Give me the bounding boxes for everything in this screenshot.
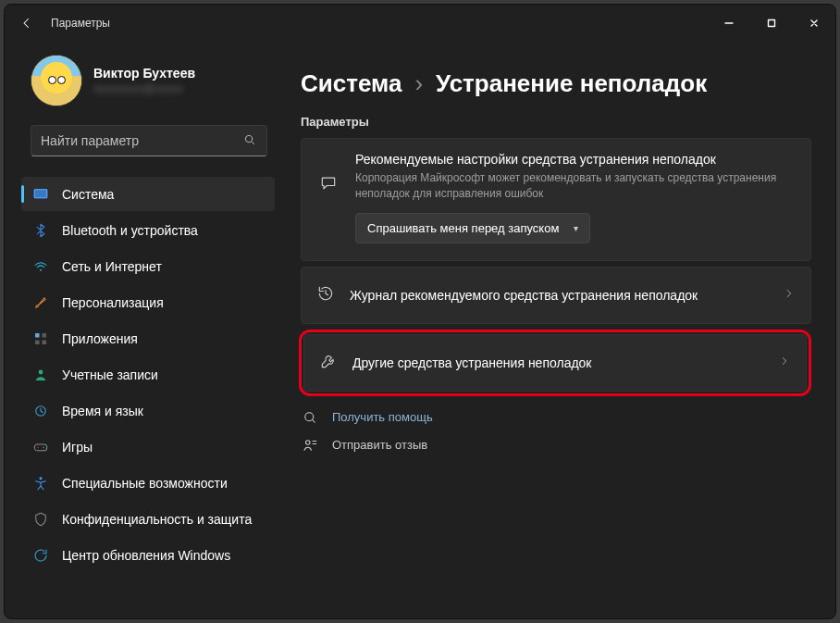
window-minimize-button[interactable]: [708, 5, 750, 42]
window-maximize-button[interactable]: [750, 5, 793, 42]
wrench-icon: [319, 352, 338, 374]
svg-rect-7: [35, 340, 40, 344]
sidebar-item-system[interactable]: Система: [21, 177, 275, 211]
svg-rect-6: [43, 333, 47, 338]
svg-rect-0: [769, 20, 775, 27]
sidebar-item-accounts[interactable]: Учетные записи: [21, 357, 275, 392]
window-title: Параметры: [51, 17, 110, 30]
wifi-icon: [32, 258, 49, 275]
breadcrumb-separator-icon: ›: [414, 69, 423, 98]
chevron-down-icon: ▾: [574, 223, 578, 233]
sidebar-item-label: Специальные возможности: [62, 476, 228, 491]
main-content: Система › Устранение неполадок Параметры…: [282, 42, 835, 618]
svg-point-13: [43, 446, 44, 448]
feedback-link[interactable]: Отправить отзыв: [301, 437, 811, 454]
svg-rect-5: [35, 333, 40, 338]
recommended-combo[interactable]: Спрашивать меня перед запуском ▾: [355, 213, 590, 243]
other-label: Другие средства устранения неполадок: [352, 355, 763, 370]
brush-icon: [32, 294, 49, 311]
sidebar-item-gaming[interactable]: Игры: [21, 430, 275, 464]
sidebar-item-label: Время и язык: [62, 404, 143, 418]
tooltip-icon: [319, 174, 338, 196]
privacy-icon: [32, 511, 49, 528]
time-icon: [32, 403, 49, 419]
combo-value: Спрашивать меня перед запуском: [367, 221, 559, 235]
sidebar-item-label: Персонализация: [62, 295, 164, 310]
update-icon: [32, 547, 49, 564]
sidebar-item-personalization[interactable]: Персонализация: [21, 285, 275, 319]
sidebar-item-label: Учетные записи: [62, 368, 158, 382]
feedback-label: Отправить отзыв: [332, 438, 427, 452]
sidebar-item-accessibility[interactable]: Специальные возможности: [21, 466, 275, 500]
highlight-annotation: Другие средства устранения неполадок: [299, 330, 811, 396]
games-icon: [32, 439, 49, 455]
svg-point-14: [40, 477, 43, 480]
sidebar-item-label: Сеть и Интернет: [62, 259, 162, 274]
account-icon: [32, 367, 49, 383]
accessibility-icon: [32, 475, 49, 492]
user-block[interactable]: Виктор Бухтеев xxxxxxxxx@xxxxx: [14, 49, 277, 116]
recommended-title: Рекомендуемые настройки средства устране…: [355, 152, 794, 167]
bluetooth-icon: [32, 222, 49, 239]
svg-point-9: [39, 369, 43, 374]
svg-point-4: [40, 268, 42, 270]
user-email: xxxxxxxxx@xxxxx: [93, 82, 195, 95]
history-label: Журнал рекомендуемого средства устранени…: [350, 288, 768, 303]
sidebar-item-label: Приложения: [62, 331, 138, 346]
sidebar-item-apps[interactable]: Приложения: [21, 321, 275, 355]
svg-point-1: [245, 135, 252, 142]
other-troubleshooters-row[interactable]: Другие средства устранения неполадок: [303, 334, 807, 392]
chevron-right-icon: [783, 287, 796, 303]
history-icon: [316, 284, 335, 306]
recommended-subtitle: Корпорация Майкрософт может рекомендоват…: [355, 170, 794, 202]
svg-rect-2: [34, 189, 47, 197]
sidebar-item-label: Игры: [62, 440, 93, 455]
sidebar-item-network[interactable]: Сеть и Интернет: [21, 249, 275, 283]
sidebar-item-label: Система: [62, 187, 114, 202]
search-box[interactable]: [31, 125, 267, 156]
sidebar-item-label: Центр обновления Windows: [62, 548, 230, 563]
sidebar-item-label: Конфиденциальность и защита: [62, 512, 252, 527]
back-button[interactable]: [16, 12, 38, 34]
window-close-button[interactable]: [793, 5, 835, 42]
svg-point-12: [37, 446, 39, 448]
breadcrumb: Система › Устранение неполадок: [291, 69, 811, 98]
sidebar-item-windows-update[interactable]: Центр обновления Windows: [21, 538, 275, 572]
search-icon: [242, 132, 257, 150]
feedback-icon: [301, 437, 319, 454]
settings-window: Параметры Виктор Бухтеев xxxxxxxxx: [4, 4, 836, 619]
recommended-settings-panel: Рекомендуемые настройки средства устране…: [301, 138, 811, 261]
svg-rect-11: [34, 444, 47, 451]
breadcrumb-current: Устранение неполадок: [436, 69, 707, 98]
apps-icon: [32, 330, 49, 347]
system-icon: [32, 186, 49, 203]
search-input[interactable]: [41, 133, 242, 148]
section-label: Параметры: [291, 115, 811, 129]
get-help-link[interactable]: Получить помощь: [301, 409, 811, 426]
sidebar-item-bluetooth[interactable]: Bluetooth и устройства: [21, 213, 275, 247]
svg-rect-8: [43, 340, 47, 344]
svg-point-16: [306, 440, 311, 444]
titlebar: Параметры: [5, 5, 835, 42]
breadcrumb-root[interactable]: Система: [301, 69, 401, 98]
footer-links: Получить помощь Отправить отзыв: [291, 409, 811, 454]
sidebar: Виктор Бухтеев xxxxxxxxx@xxxxx Система: [5, 42, 282, 618]
get-help-label: Получить помощь: [332, 410, 433, 424]
sidebar-item-label: Bluetooth и устройства: [62, 223, 198, 238]
user-name: Виктор Бухтеев: [93, 66, 195, 81]
help-icon: [301, 409, 319, 426]
sidebar-item-time-language[interactable]: Время и язык: [21, 393, 275, 428]
avatar: [31, 55, 82, 106]
sidebar-item-privacy[interactable]: Конфиденциальность и защита: [21, 502, 275, 536]
chevron-right-icon: [778, 355, 791, 370]
history-row[interactable]: Журнал рекомендуемого средства устранени…: [301, 267, 811, 324]
nav: Система Bluetooth и устройства Сеть и Ин…: [14, 177, 277, 572]
